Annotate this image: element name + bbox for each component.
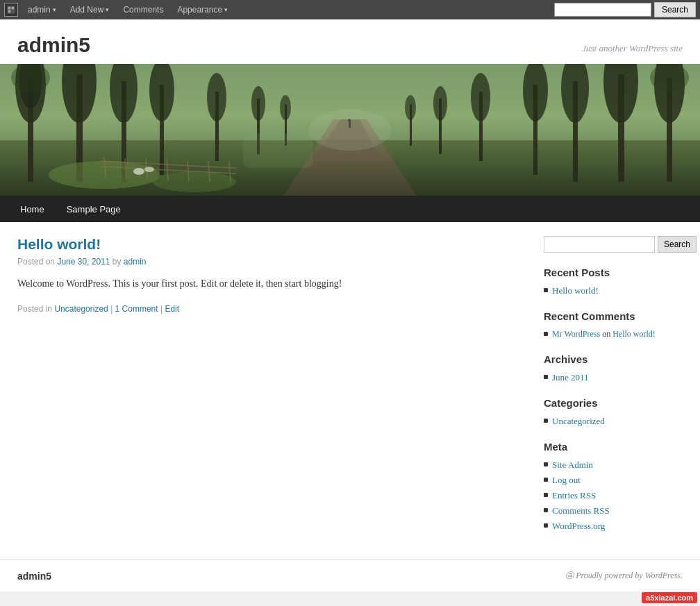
post-author-link[interactable]: admin [124,257,147,267]
svg-rect-2 [12,7,15,10]
sidebar-recent-posts: Recent Posts Hello world! [544,267,683,296]
sidebar-search-button[interactable]: Search [658,236,697,253]
admin-bar-appearance[interactable]: Appearance ▾ [170,0,235,19]
post-footer: Posted in Uncategorized | 1 Comment | Ed… [17,304,523,314]
admin-bar-add-new[interactable]: Add New ▾ [63,0,117,19]
post-meta: Posted on June 30, 2011 by admin [17,257,523,267]
list-item: Mr WordPress on Hello world! [544,329,683,339]
sidebar-search-input[interactable] [544,236,655,253]
category-link[interactable]: Uncategorized [552,416,605,427]
sidebar-recent-posts-list: Hello world! [544,285,683,296]
svg-point-36 [405,95,416,120]
archive-link[interactable]: June 2011 [552,372,589,383]
list-item: Uncategorized [544,416,683,427]
main-content: Hello world! Posted on June 30, 2011 by … [0,222,700,559]
admin-bar-search-input[interactable] [554,3,651,17]
post-comment-link[interactable]: 1 Comment [115,304,158,314]
sidebar-recent-posts-heading: Recent Posts [544,267,683,278]
wordpress-org-link[interactable]: WordPress.org [552,521,605,532]
bullet-icon [544,478,548,482]
wp-logo [4,3,18,17]
nav-bar: Home Sample Page [0,196,700,222]
list-item: Comments RSS [544,505,683,516]
post-category-link[interactable]: Uncategorized [54,304,108,314]
sidebar-categories-list: Uncategorized [544,416,683,427]
svg-point-18 [207,73,226,121]
bullet-icon [544,375,548,379]
svg-point-32 [471,73,490,121]
nav-sample-page[interactable]: Sample Page [56,196,132,222]
post-edit-link[interactable]: Edit [165,304,179,314]
sidebar-archives-heading: Archives [544,353,683,365]
commenter-link[interactable]: Mr WordPress [552,329,600,339]
nav-home[interactable]: Home [17,196,56,222]
list-item: June 2011 [544,372,683,383]
site-footer: admin5 ⓐ Proudly powered by WordPress. [0,559,700,591]
admin-bar-admin[interactable]: admin ▾ [21,0,63,19]
svg-rect-53 [243,133,312,168]
sidebar-archives: Archives June 2011 [544,353,683,383]
list-item: Hello world! [544,285,683,296]
site-title: admin5 [17,33,90,57]
admin-bar: admin ▾ Add New ▾ Comments Appearance ▾ … [0,0,700,19]
sidebar-search-widget: Search [544,236,683,253]
svg-rect-3 [8,10,11,13]
post-date-link[interactable]: June 30, 2011 [57,257,110,267]
logout-link[interactable]: Log out [552,475,581,486]
comments-rss-link[interactable]: Comments RSS [552,505,610,516]
sidebar-meta-heading: Meta [544,441,683,453]
post-content: Welcome to WordPress. This is your first… [17,276,523,292]
bullet-icon [544,508,548,512]
list-item: Site Admin [544,460,683,471]
svg-rect-1 [8,7,11,10]
bullet-icon [544,332,548,336]
svg-point-38 [153,171,236,192]
site-wrapper: admin5 Just another WordPress site [0,19,700,591]
header-image [0,64,700,196]
svg-point-34 [433,86,447,121]
commented-post-link[interactable]: Hello world! [612,329,656,339]
recent-post-link[interactable]: Hello world! [552,285,599,296]
svg-point-52 [308,109,392,151]
svg-point-54 [11,64,50,92]
sidebar-meta: Meta Site Admin Log out Entries RSS [544,441,683,532]
entries-rss-link[interactable]: Entries RSS [552,490,596,501]
post-title-link[interactable]: Hello world! [17,236,101,252]
bullet-icon [544,419,548,423]
sidebar-archives-list: June 2011 [544,372,683,383]
sidebar: Search Recent Posts Hello world! Recent … [544,236,683,546]
bullet-icon [544,288,548,292]
admin-bar-search-area: Search [554,2,696,17]
post-hello-world: Hello world! Posted on June 30, 2011 by … [17,236,523,314]
site-tagline: Just another WordPress site [582,33,683,54]
posts-area: Hello world! Posted on June 30, 2011 by … [17,236,523,546]
svg-point-22 [280,95,291,120]
footer-credit: ⓐ Proudly powered by WordPress. [565,570,683,582]
sidebar-categories-heading: Categories [544,397,683,409]
svg-point-20 [251,86,265,121]
svg-point-51 [144,167,154,172]
list-item: WordPress.org [544,521,683,532]
site-header: admin5 Just another WordPress site [0,19,700,64]
sidebar-recent-comments: Recent Comments Mr WordPress on Hello wo… [544,310,683,339]
sidebar-recent-comments-heading: Recent Comments [544,310,683,322]
list-item: Log out [544,475,683,486]
sidebar-categories: Categories Uncategorized [544,397,683,427]
svg-point-50 [133,168,144,175]
sidebar-meta-list: Site Admin Log out Entries RSS Comments … [544,460,683,532]
site-admin-link[interactable]: Site Admin [552,460,593,471]
footer-site-name: admin5 [17,571,51,582]
bullet-icon [544,493,548,497]
sidebar-recent-comments-list: Mr WordPress on Hello world! [544,329,683,339]
bullet-icon [544,523,548,528]
admin-bar-search-button[interactable]: Search [654,2,696,17]
bullet-icon [544,462,548,466]
post-title: Hello world! [17,236,523,253]
list-item: Entries RSS [544,490,683,501]
admin-bar-comments[interactable]: Comments [116,0,170,19]
svg-point-55 [650,64,689,92]
